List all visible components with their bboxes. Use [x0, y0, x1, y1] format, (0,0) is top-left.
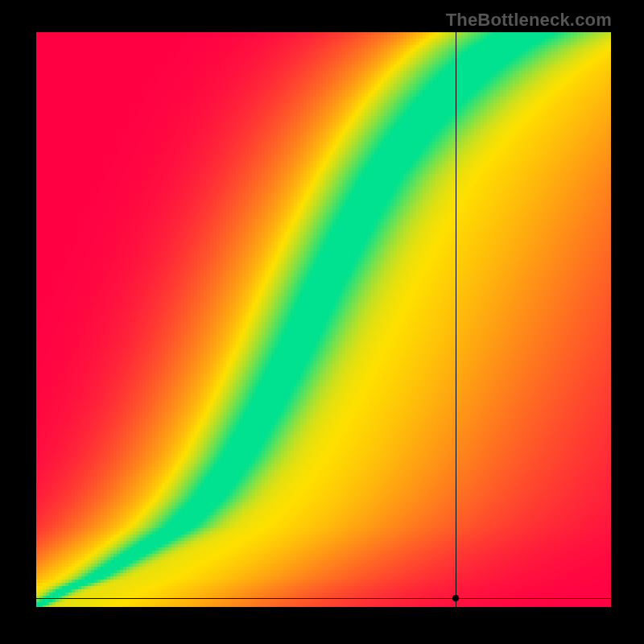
watermark-text: TheBottleneck.com: [446, 10, 612, 31]
crosshair-marker-dot: [452, 595, 459, 601]
crosshair-vertical: [456, 32, 456, 623]
crosshair-horizontal: [36, 598, 627, 599]
chart-root: TheBottleneck.com: [0, 0, 644, 644]
bottleneck-heatmap: [36, 32, 611, 607]
